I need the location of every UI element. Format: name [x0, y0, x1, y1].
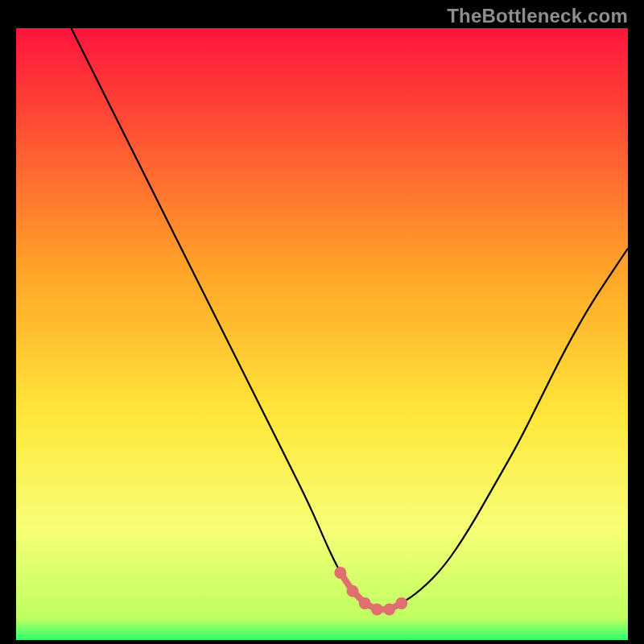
optimal-range-dot: [371, 604, 383, 616]
optimal-range-dot: [359, 597, 371, 609]
bottleneck-chart: [16, 28, 628, 640]
watermark-text: TheBottleneck.com: [447, 5, 628, 27]
optimal-range-dot: [347, 585, 359, 597]
gradient-background: [16, 28, 628, 640]
optimal-range-dot: [334, 567, 346, 579]
optimal-range-dot: [383, 604, 395, 616]
optimal-range-dot: [395, 597, 407, 609]
chart-frame: [16, 28, 628, 640]
